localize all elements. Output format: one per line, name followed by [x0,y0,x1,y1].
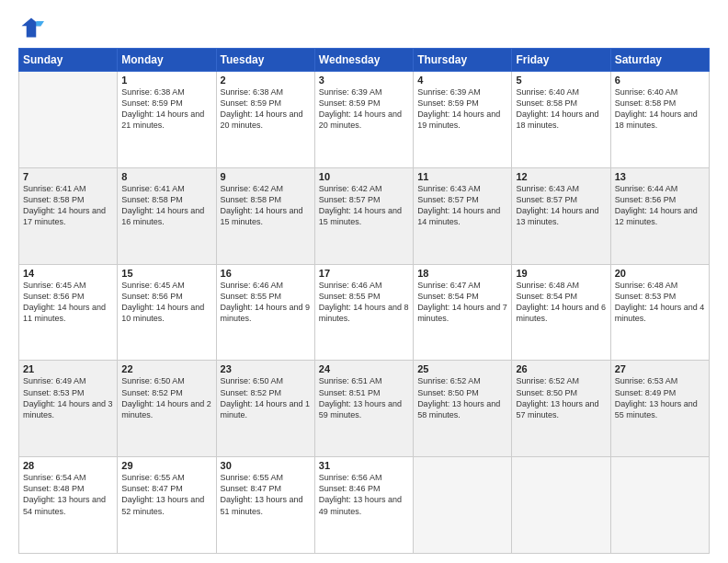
calendar-day-cell [512,457,610,554]
calendar-day-cell: 19Sunrise: 6:48 AMSunset: 8:54 PMDayligh… [512,264,610,361]
day-number: 2 [221,75,311,86]
day-number: 17 [319,268,409,279]
svg-marker-1 [36,21,44,26]
day-content: Sunrise: 6:43 AMSunset: 8:57 PMDaylight:… [417,183,507,228]
calendar-day-cell: 9Sunrise: 6:42 AMSunset: 8:58 PMDaylight… [216,167,314,264]
calendar-day-cell: 24Sunrise: 6:51 AMSunset: 8:51 PMDayligh… [314,361,413,457]
calendar-day-cell: 12Sunrise: 6:43 AMSunset: 8:57 PMDayligh… [512,167,610,264]
calendar-day-cell: 16Sunrise: 6:46 AMSunset: 8:55 PMDayligh… [216,264,314,361]
day-number: 18 [417,268,507,279]
day-number: 6 [615,75,705,86]
calendar-day-cell: 20Sunrise: 6:48 AMSunset: 8:53 PMDayligh… [610,264,709,361]
calendar-day-cell: 11Sunrise: 6:43 AMSunset: 8:57 PMDayligh… [414,167,512,264]
calendar-day-cell: 4Sunrise: 6:39 AMSunset: 8:59 PMDaylight… [414,72,512,168]
day-content: Sunrise: 6:52 AMSunset: 8:50 PMDaylight:… [417,375,507,420]
day-content: Sunrise: 6:41 AMSunset: 8:58 PMDaylight:… [121,183,211,228]
day-content: Sunrise: 6:48 AMSunset: 8:53 PMDaylight:… [615,280,705,325]
calendar-day-cell: 7Sunrise: 6:41 AMSunset: 8:58 PMDaylight… [19,167,118,264]
calendar-week-row: 21Sunrise: 6:49 AMSunset: 8:53 PMDayligh… [19,361,710,457]
calendar-day-cell: 22Sunrise: 6:50 AMSunset: 8:52 PMDayligh… [118,361,216,457]
day-content: Sunrise: 6:40 AMSunset: 8:58 PMDaylight:… [516,86,606,132]
day-number: 16 [221,268,311,279]
logo-icon [18,15,44,40]
day-number: 30 [221,460,311,471]
day-number: 7 [23,171,113,182]
logo [18,15,48,40]
calendar-day-cell [610,457,709,554]
calendar-day-cell: 26Sunrise: 6:52 AMSunset: 8:50 PMDayligh… [512,361,610,457]
day-content: Sunrise: 6:55 AMSunset: 8:47 PMDaylight:… [221,472,311,517]
day-number: 27 [615,363,705,374]
day-number: 15 [121,268,211,279]
page: SundayMondayTuesdayWednesdayThursdayFrid… [0,0,728,563]
day-number: 25 [417,363,507,374]
day-content: Sunrise: 6:43 AMSunset: 8:57 PMDaylight:… [516,183,606,228]
calendar-day-cell: 1Sunrise: 6:38 AMSunset: 8:59 PMDaylight… [118,72,216,168]
day-content: Sunrise: 6:51 AMSunset: 8:51 PMDaylight:… [319,375,409,420]
calendar-header-cell: Tuesday [216,49,314,72]
calendar-day-cell: 30Sunrise: 6:55 AMSunset: 8:47 PMDayligh… [216,457,314,554]
calendar-week-row: 28Sunrise: 6:54 AMSunset: 8:48 PMDayligh… [19,457,710,554]
day-number: 26 [516,363,606,374]
day-content: Sunrise: 6:42 AMSunset: 8:58 PMDaylight:… [221,183,311,228]
svg-marker-0 [22,18,41,38]
day-number: 13 [615,171,705,182]
calendar-header-cell: Monday [118,49,216,72]
day-content: Sunrise: 6:48 AMSunset: 8:54 PMDaylight:… [516,280,606,325]
day-content: Sunrise: 6:56 AMSunset: 8:46 PMDaylight:… [319,472,409,517]
day-number: 19 [516,268,606,279]
calendar-day-cell: 15Sunrise: 6:45 AMSunset: 8:56 PMDayligh… [118,264,216,361]
day-number: 4 [417,75,507,86]
day-content: Sunrise: 6:38 AMSunset: 8:59 PMDaylight:… [121,86,211,132]
calendar-day-cell: 29Sunrise: 6:55 AMSunset: 8:47 PMDayligh… [118,457,216,554]
calendar-day-cell: 8Sunrise: 6:41 AMSunset: 8:58 PMDaylight… [118,167,216,264]
day-content: Sunrise: 6:50 AMSunset: 8:52 PMDaylight:… [121,375,211,420]
day-content: Sunrise: 6:53 AMSunset: 8:49 PMDaylight:… [615,375,705,420]
calendar-day-cell: 5Sunrise: 6:40 AMSunset: 8:58 PMDaylight… [512,72,610,168]
day-number: 1 [121,75,211,86]
calendar-day-cell: 31Sunrise: 6:56 AMSunset: 8:46 PMDayligh… [314,457,413,554]
day-content: Sunrise: 6:55 AMSunset: 8:47 PMDaylight:… [121,472,211,517]
calendar-header-cell: Friday [512,49,610,72]
day-content: Sunrise: 6:49 AMSunset: 8:53 PMDaylight:… [23,375,113,420]
day-content: Sunrise: 6:41 AMSunset: 8:58 PMDaylight:… [23,183,113,228]
day-number: 24 [319,363,409,374]
day-content: Sunrise: 6:46 AMSunset: 8:55 PMDaylight:… [221,280,311,325]
day-content: Sunrise: 6:50 AMSunset: 8:52 PMDaylight:… [221,375,311,420]
day-number: 10 [319,171,409,182]
calendar-day-cell: 21Sunrise: 6:49 AMSunset: 8:53 PMDayligh… [19,361,118,457]
calendar-day-cell: 25Sunrise: 6:52 AMSunset: 8:50 PMDayligh… [414,361,512,457]
day-content: Sunrise: 6:47 AMSunset: 8:54 PMDaylight:… [417,280,507,325]
calendar-day-cell: 27Sunrise: 6:53 AMSunset: 8:49 PMDayligh… [610,361,709,457]
day-number: 31 [319,460,409,471]
calendar-header-cell: Sunday [19,49,118,72]
day-content: Sunrise: 6:38 AMSunset: 8:59 PMDaylight:… [221,86,311,132]
calendar-week-row: 14Sunrise: 6:45 AMSunset: 8:56 PMDayligh… [19,264,710,361]
calendar-day-cell: 13Sunrise: 6:44 AMSunset: 8:56 PMDayligh… [610,167,709,264]
day-content: Sunrise: 6:45 AMSunset: 8:56 PMDaylight:… [121,280,211,325]
day-number: 21 [23,363,113,374]
day-number: 23 [221,363,311,374]
calendar-day-cell [414,457,512,554]
day-number: 8 [121,171,211,182]
day-content: Sunrise: 6:44 AMSunset: 8:56 PMDaylight:… [615,183,705,228]
calendar-week-row: 1Sunrise: 6:38 AMSunset: 8:59 PMDaylight… [19,72,710,168]
calendar-week-row: 7Sunrise: 6:41 AMSunset: 8:58 PMDaylight… [19,167,710,264]
day-number: 12 [516,171,606,182]
calendar-header-cell: Saturday [610,49,709,72]
day-content: Sunrise: 6:54 AMSunset: 8:48 PMDaylight:… [23,472,113,517]
calendar-day-cell [19,72,118,168]
day-number: 20 [615,268,705,279]
calendar-day-cell: 14Sunrise: 6:45 AMSunset: 8:56 PMDayligh… [19,264,118,361]
day-content: Sunrise: 6:39 AMSunset: 8:59 PMDaylight:… [417,86,507,132]
day-number: 22 [121,363,211,374]
day-content: Sunrise: 6:45 AMSunset: 8:56 PMDaylight:… [23,280,113,325]
calendar-day-cell: 23Sunrise: 6:50 AMSunset: 8:52 PMDayligh… [216,361,314,457]
day-number: 29 [121,460,211,471]
day-number: 28 [23,460,113,471]
calendar-day-cell: 10Sunrise: 6:42 AMSunset: 8:57 PMDayligh… [314,167,413,264]
calendar-day-cell: 28Sunrise: 6:54 AMSunset: 8:48 PMDayligh… [19,457,118,554]
calendar-header-row: SundayMondayTuesdayWednesdayThursdayFrid… [19,49,710,72]
day-number: 9 [221,171,311,182]
day-content: Sunrise: 6:46 AMSunset: 8:55 PMDaylight:… [319,280,409,325]
